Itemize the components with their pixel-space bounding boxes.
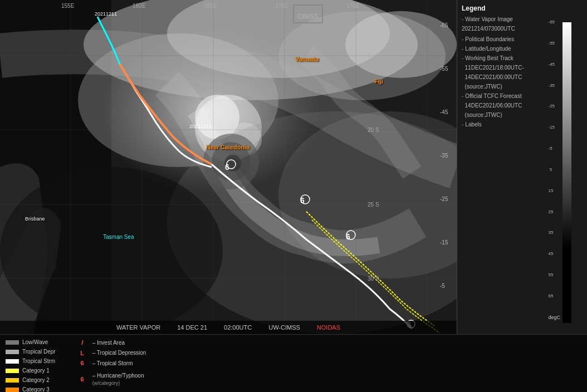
satellite-image bbox=[0, 0, 457, 334]
colorbar-scale: -65 -55 -45 -35 -25 -15 -5 5 15 25 35 45… bbox=[548, 19, 560, 320]
swatch-cat1 bbox=[6, 369, 19, 373]
ts-product: WATER VAPOR bbox=[116, 324, 160, 331]
swatch-low bbox=[6, 340, 19, 345]
lat-label-25s: 25 S bbox=[368, 202, 379, 208]
lon-label-170: 170E bbox=[275, 3, 288, 9]
lon-label-175: 175E bbox=[346, 3, 359, 9]
legend-low-wave: Low/Wave bbox=[6, 338, 56, 346]
legend-cat2: Category 2 bbox=[6, 376, 56, 384]
vanuatu-label: Vanuatu bbox=[295, 56, 319, 62]
cimss-logo: CCL CIMSS bbox=[293, 4, 323, 23]
lon-label-160: 160E bbox=[133, 3, 145, 9]
label-cat3: Category 3 bbox=[22, 385, 50, 392]
lon-label-165: 165E bbox=[204, 3, 217, 9]
tasman-sea-label: Tasman Sea bbox=[103, 234, 134, 240]
legend-sym-trop-str: 6 – Tropical Storm bbox=[76, 359, 146, 368]
timestamp-bar: WATER VAPOR 14 DEC 21 02:00UTC UW-CIMSS … bbox=[0, 321, 457, 334]
lat-label-15s: 15 S bbox=[368, 53, 379, 59]
symbol-trop-dep: L bbox=[76, 349, 89, 358]
temp-label-25neg: -25 bbox=[440, 196, 448, 202]
temp-label-35neg: -35 bbox=[440, 153, 448, 159]
symbol-column: I – Invest Area L – Tropical Depression … bbox=[65, 338, 155, 389]
label-cat1: Category 1 bbox=[22, 366, 50, 375]
temp-label-65neg: -65 bbox=[440, 22, 448, 28]
lon-label-155: 155E bbox=[61, 3, 74, 9]
label-invest: – Invest Area bbox=[92, 339, 125, 347]
swatch-cat2 bbox=[6, 378, 19, 383]
colorbar bbox=[562, 22, 571, 323]
map-area: 6 6 6 6 20211211 20211211 Vanuatu New Ca… bbox=[0, 0, 457, 334]
legend-cat3: Category 3 bbox=[6, 385, 56, 392]
color-swatch-column: Low/Wave Tropical Depr Tropical Strm Cat… bbox=[6, 338, 65, 389]
swatch-trop-str bbox=[6, 359, 19, 364]
fiji-label: Fiji bbox=[374, 78, 383, 85]
legend-panel: Legend -Water Vapor Image 2021214/073000… bbox=[457, 0, 587, 334]
symbol-hurricane: 6 bbox=[76, 375, 89, 384]
legend-title: Legend bbox=[462, 4, 583, 12]
temp-label-45neg: -45 bbox=[440, 109, 448, 115]
legend-sym-trop-dep: L – Tropical Depression bbox=[76, 349, 146, 358]
legend-sym-hurricane: 6 – Hurricane/Typhoon (w/category) bbox=[76, 371, 146, 388]
brisbane-label: Brisbane bbox=[25, 216, 45, 222]
svg-point-14 bbox=[0, 167, 223, 334]
bottom-legend: Low/Wave Tropical Depr Tropical Strm Cat… bbox=[6, 338, 155, 389]
legend-trop-str: Tropical Strm bbox=[6, 357, 56, 365]
swatch-cat3 bbox=[6, 388, 19, 392]
svg-point-13 bbox=[224, 155, 241, 171]
legend-trop-dep: Tropical Depr bbox=[6, 347, 56, 356]
label-trop-str: Tropical Strm bbox=[22, 357, 55, 365]
bottom-legend-bar: Low/Wave Tropical Depr Tropical Strm Cat… bbox=[0, 334, 587, 392]
label-trop-dep: Tropical Depr bbox=[22, 347, 56, 356]
ts-noidas: NOIDAS bbox=[317, 324, 340, 331]
temp-label-55neg: -55 bbox=[440, 66, 448, 72]
label-cat2: Category 2 bbox=[22, 376, 50, 384]
label-sym-trop-dep: – Tropical Depression bbox=[92, 349, 146, 357]
ts-time: 02:00UTC bbox=[224, 324, 252, 331]
label-sym-trop-str: – Tropical Storm bbox=[92, 359, 133, 367]
ts-date: 14 DEC 21 bbox=[177, 324, 207, 331]
temp-label-15neg: -15 bbox=[440, 239, 448, 246]
symbol-invest: I bbox=[76, 338, 89, 347]
symbol-trop-str: 6 bbox=[76, 359, 89, 368]
label-low: Low/Wave bbox=[22, 338, 48, 346]
legend-cat1: Category 1 bbox=[6, 366, 56, 375]
lat-label-20s: 20 S bbox=[368, 127, 379, 133]
lat-label-30s: 30 S bbox=[368, 276, 379, 282]
legend-invest: I – Invest Area bbox=[76, 338, 146, 347]
label-sym-hurricane: – Hurricane/Typhoon (w/category) bbox=[92, 371, 144, 388]
new-caledonia-label: New Caledonia bbox=[206, 144, 250, 150]
temp-label-5neg: -5 bbox=[440, 283, 445, 289]
ts-source: UW-CIMSS bbox=[268, 324, 300, 331]
swatch-trop-dep bbox=[6, 350, 19, 354]
